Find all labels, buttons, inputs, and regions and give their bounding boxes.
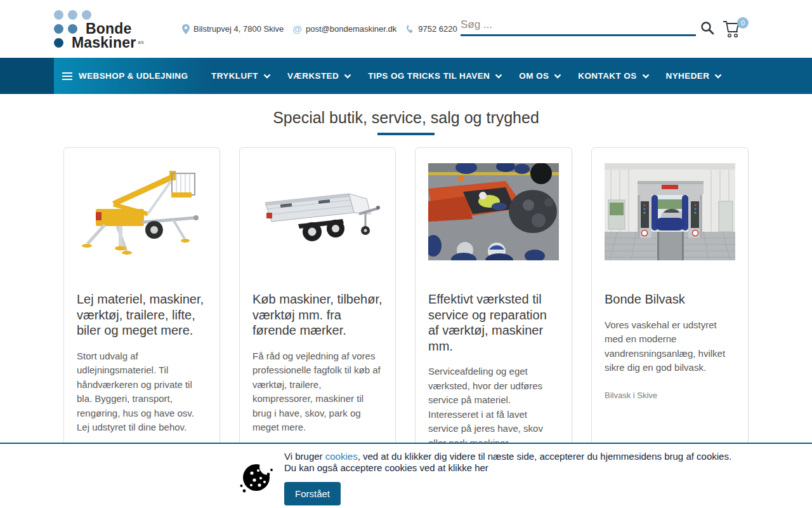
nav-item-label: TIPS OG TRICKS TIL HAVEN (368, 71, 490, 81)
logo-dot (68, 10, 77, 20)
nav-item-kontakt-os[interactable]: KONTAKT OS (578, 71, 649, 81)
card-body-text: Vores vaskehal er udstyret med en modern… (605, 318, 735, 375)
cookie-icon (240, 459, 274, 493)
card-link-bilvask-i-skive[interactable]: Bilvask i Skive (605, 391, 657, 400)
contact-phone[interactable]: 9752 6220 (405, 24, 457, 34)
boom-lift-image (77, 163, 207, 261)
nav-item-label: TRYKLUFT (211, 71, 258, 81)
search-bar (461, 15, 696, 36)
logo-dot (54, 38, 63, 48)
logo-dots-row3: Maskiner a/s (54, 36, 144, 50)
nav-item-label: KONTAKT OS (578, 71, 636, 81)
cart-button[interactable]: 0 (721, 17, 749, 43)
search-input[interactable] (461, 15, 696, 36)
card-body: Vores vaskehal er udstyret med en modern… (605, 318, 735, 375)
chevron-down-icon (263, 74, 271, 79)
cart-count-badge: 0 (737, 17, 749, 29)
nav-item-vaerksted[interactable]: VÆRKSTED (287, 71, 351, 81)
cookie-message: Vi bruger cookies, ved at du klikker dig… (284, 451, 731, 505)
cookie-banner: Vi bruger cookies, ved at du klikker dig… (0, 443, 812, 508)
trailer-image (252, 163, 383, 261)
cookie-line1: Vi bruger cookies, ved at du klikker dig… (284, 451, 731, 462)
contact-address: Bilstrupvej 4, 7800 Skive (182, 24, 284, 34)
chevron-down-icon (642, 74, 650, 79)
nav-item-label: OM OS (519, 71, 549, 81)
nav-webshop-label: WEBSHOP & UDLEJNING (79, 71, 188, 81)
card-body-text: Stort udvalg af udlejningsmateriel. Til … (77, 349, 207, 421)
card-body: Få råd og vejledning af vores profession… (252, 349, 383, 435)
logo-dot (82, 10, 91, 20)
cookie-accept-button[interactable]: Forstået (284, 482, 341, 505)
cookie-text-suffix: , ved at du klikker dig videre til næste… (358, 451, 731, 462)
contact-email[interactable]: @ post@bondemaskiner.dk (292, 23, 396, 34)
nav-left-block (0, 58, 54, 94)
contact-info: Bilstrupvej 4, 7800 Skive @ post@bondema… (182, 0, 457, 58)
cookie-text-prefix: Vi bruger (284, 451, 325, 462)
nav-item-om-os[interactable]: OM OS (519, 71, 561, 81)
card-body-text2: Lej udstyret til dine behov. (77, 420, 207, 435)
card-body: Stort udvalg af udlejningsmateriel. Til … (77, 349, 207, 435)
chevron-down-icon (344, 74, 351, 79)
card-title: Lej materiel, maskiner, værktøj, trailer… (77, 291, 207, 338)
header: Bonde Maskiner a/s Bilstrupvej 4, 7800 S… (0, 0, 812, 58)
hamburger-menu-icon (62, 70, 72, 82)
search-button[interactable] (698, 20, 716, 37)
chevron-down-icon (714, 74, 722, 79)
nav-menu: TRYKLUFT VÆRKSTED TIPS OG TRICKS TIL HAV… (211, 58, 722, 94)
nav-item-tips-og-tricks[interactable]: TIPS OG TRICKS TIL HAVEN (368, 71, 502, 81)
logo-dot (54, 10, 63, 20)
cookies-link[interactable]: cookies (325, 451, 358, 462)
card-title: Køb maskiner, tilbehør, værktøj mm. fra … (252, 291, 383, 338)
nav-item-nyheder[interactable]: NYHEDER (666, 71, 723, 81)
card-title: Effektivt værksted til service og repara… (428, 291, 559, 354)
nav-item-webshop-udlejning[interactable]: WEBSHOP & UDLEJNING (54, 58, 211, 94)
location-pin-icon (182, 24, 190, 34)
email-text: post@bondemaskiner.dk (306, 24, 396, 34)
address-text: Bilstrupvej 4, 7800 Skive (193, 24, 284, 34)
phone-icon (405, 25, 414, 34)
search-icon (700, 21, 714, 35)
card-title: Bonde Bilvask (605, 291, 735, 307)
cookie-line2: Du kan også acceptere cookies ved at kli… (284, 462, 731, 474)
logo-text-line2: Maskiner (72, 34, 136, 51)
page-title: Special butik, service, salg og tryghed (0, 109, 812, 127)
chevron-down-icon (554, 74, 561, 79)
nav-item-trykluft[interactable]: TRYKLUFT (211, 71, 271, 81)
card-body-text: Få råd og vejledning af vores profession… (252, 349, 383, 435)
phone-text: 9752 6220 (418, 24, 457, 34)
nav-item-label: NYHEDER (666, 71, 710, 81)
chevron-down-icon (495, 74, 502, 79)
email-icon: @ (292, 23, 302, 34)
heading-underline (377, 133, 435, 135)
workshop-image (428, 163, 559, 261)
main-navigation: WEBSHOP & UDLEJNING TRYKLUFT VÆRKSTED TI… (0, 58, 812, 94)
logo-dot (68, 24, 77, 34)
car-wash-image (605, 163, 735, 261)
nav-item-label: VÆRKSTED (287, 71, 339, 81)
logo-dot (54, 24, 63, 34)
logo-suffix: a/s (138, 41, 143, 44)
logo[interactable]: Bonde Maskiner a/s (54, 8, 144, 50)
